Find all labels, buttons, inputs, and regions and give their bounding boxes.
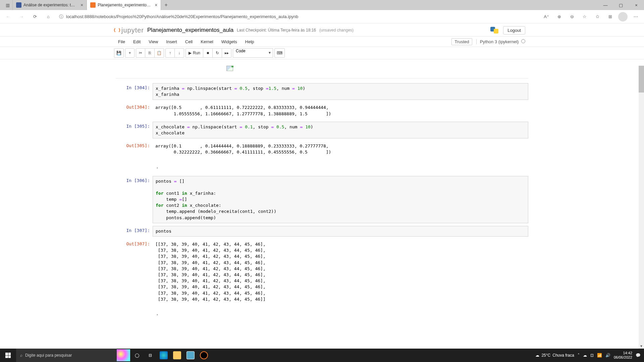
search-icon: ⌕	[20, 353, 22, 358]
taskbar-app-edge[interactable]	[157, 349, 170, 362]
cell-307-out: Out[307]: [[37, 38, 39, 40, 41, 42, 43, …	[116, 239, 528, 304]
home-button[interactable]: ⌂	[43, 11, 54, 22]
refresh-button[interactable]: ⟳	[30, 11, 40, 22]
weather-widget[interactable]: ☁ 25°C Chuva fraca	[535, 353, 574, 358]
system-tray: ☁ 25°C Chuva fraca ˄ ☁ ⊡ 📶 🔊 14:42 06/06…	[535, 351, 644, 360]
tray-chevron-icon[interactable]: ˄	[578, 353, 580, 358]
forward-button[interactable]: →	[16, 11, 27, 22]
scroll-down-icon[interactable]: ▼	[639, 343, 644, 349]
move-down-button[interactable]: ↓	[175, 48, 184, 58]
zoom-icon[interactable]: ⊖	[566, 11, 578, 22]
cut-button[interactable]: ✂	[136, 48, 145, 58]
time-label: 14:42	[614, 351, 632, 355]
taskbar-app-taskview[interactable]: ⊟	[144, 349, 157, 362]
kernel-status-icon	[521, 39, 525, 43]
taskbar-app-cortana[interactable]: ◯	[130, 349, 144, 362]
save-button[interactable]: 💾	[114, 48, 124, 58]
cell-type-label: Code	[236, 49, 246, 53]
code-input[interactable]: pontos	[153, 226, 528, 237]
scroll-thumb[interactable]	[639, 66, 644, 93]
collections-icon[interactable]: ⊞	[604, 11, 616, 22]
insert-cell-button[interactable]: +	[125, 48, 135, 58]
cell-305-out: Out[305]: array([0.1 , 0.14444444, 0.188…	[116, 141, 528, 157]
output-image-placeholder	[116, 66, 528, 78]
new-tab-button[interactable]: +	[161, 2, 171, 8]
run-button[interactable]: ▶ Run	[185, 48, 203, 58]
site-info-icon[interactable]: ⓘ	[59, 14, 63, 20]
jupyter-logo[interactable]: jupyter	[114, 26, 144, 34]
in-prompt: In [306]:	[116, 176, 153, 223]
tray-meet-icon[interactable]: ⊡	[590, 353, 594, 358]
tab-actions-button[interactable]: ▥	[3, 0, 13, 10]
close-icon[interactable]: ×	[155, 2, 157, 8]
cell-304-in[interactable]: In [304]: x_farinha = np.linspace(start …	[116, 83, 528, 100]
taskbar-app-explorer[interactable]	[170, 349, 184, 362]
window-controls: — ▢ ×	[598, 0, 644, 10]
translate-icon[interactable]: ⊕	[553, 11, 565, 22]
jupyter-logo-text: jupyter	[121, 26, 144, 34]
paste-button[interactable]: 📋	[155, 48, 164, 58]
checkpoint-label: Last Checkpoint: Última Terça-feira às 1…	[237, 28, 316, 33]
weather-desc: Chuva fraca	[552, 353, 574, 358]
profile-avatar[interactable]	[617, 11, 629, 22]
close-icon[interactable]: ×	[80, 2, 83, 8]
cell-type-select[interactable]: Code	[233, 48, 273, 58]
taskbar-app-colorful[interactable]	[117, 349, 130, 362]
favorites-bar-icon[interactable]: ✩	[592, 11, 603, 22]
menu-view[interactable]: View	[145, 37, 162, 47]
command-palette-button[interactable]: ⌨	[274, 48, 285, 58]
minimize-button[interactable]: —	[598, 0, 613, 10]
tray-onedrive-icon[interactable]: ☁	[583, 353, 587, 358]
trusted-badge[interactable]: Trusted	[451, 38, 472, 45]
taskbar-clock[interactable]: 14:42 06/06/2022	[614, 351, 632, 360]
cell-306-in[interactable]: In [306]: pontos = [] for cont1 in x_far…	[116, 176, 528, 223]
tray-sound-icon[interactable]: 🔊	[605, 353, 610, 358]
taskbar-search[interactable]: ⌕ Digite aqui para pesquisar	[16, 349, 117, 362]
url-input[interactable]: ⓘ localhost:8888/notebooks/Projetos%20Py…	[56, 12, 538, 22]
taskbar-app-anaconda[interactable]	[197, 349, 211, 362]
maximize-button[interactable]: ▢	[613, 0, 629, 10]
restart-run-all-button[interactable]: ▸▸	[222, 48, 231, 58]
cell-305-in[interactable]: In [305]: x_chocolate = np.linspace(star…	[116, 122, 528, 138]
date-label: 06/06/2022	[614, 355, 632, 360]
logout-button[interactable]: Logout	[503, 26, 525, 35]
cell-307-in[interactable]: In [307]: pontos	[116, 226, 528, 237]
code-input[interactable]: x_farinha = np.linspace(start = 0.5, sto…	[153, 83, 528, 100]
code-output: array([0.1 , 0.14444444, 0.18888889, 0.2…	[153, 141, 528, 157]
menu-help[interactable]: Help	[241, 37, 258, 47]
menu-insert[interactable]: Insert	[162, 37, 181, 47]
tray-wifi-icon[interactable]: 📶	[597, 353, 602, 358]
tray-notifications-icon[interactable]: 💬	[636, 353, 641, 358]
window-titlebar: ▥ Análise de experimentos: testes × Plan…	[0, 0, 644, 10]
menu-widgets[interactable]: Widgets	[217, 37, 241, 47]
browser-tab-1[interactable]: Planejamento_experimentos_aul ×	[87, 0, 161, 10]
in-prompt: In [305]:	[116, 122, 153, 138]
start-button[interactable]	[0, 349, 16, 362]
interrupt-button[interactable]: ■	[203, 48, 213, 58]
kernel-name[interactable]: Python 3 (ipykernel)	[476, 39, 525, 44]
menu-cell[interactable]: Cell	[181, 37, 197, 47]
menu-edit[interactable]: Edit	[129, 37, 145, 47]
notebook-title[interactable]: Planejamento_experimentos_aula	[147, 27, 233, 34]
move-up-button[interactable]: ↑	[165, 48, 175, 58]
code-input[interactable]: pontos = [] for cont1 in x_farinha: temp…	[153, 176, 528, 223]
browser-tab-0[interactable]: Análise de experimentos: testes ×	[13, 0, 87, 10]
in-prompt: In [304]:	[116, 83, 153, 100]
tab-label: Planejamento_experimentos_aul	[98, 3, 151, 7]
menu-file[interactable]: File	[114, 37, 129, 47]
back-button[interactable]: ←	[3, 11, 13, 22]
jupyter-menubar: File Edit View Insert Cell Kernel Widget…	[0, 36, 644, 47]
menu-kernel[interactable]: Kernel	[197, 37, 217, 47]
favorites-icon[interactable]: ☆	[579, 11, 590, 22]
code-input[interactable]: x_chocolate = np.linspace(start = 0.1, s…	[153, 122, 528, 138]
in-prompt: In [307]:	[116, 226, 153, 237]
read-aloud-icon[interactable]: A⁺	[541, 11, 552, 22]
close-button[interactable]: ×	[629, 0, 644, 10]
more-icon[interactable]: ⋯	[630, 11, 641, 22]
copy-button[interactable]: ⎘	[145, 48, 155, 58]
vertical-scrollbar[interactable]: ▲ ▼	[639, 66, 644, 349]
tab-label: Análise de experimentos: testes	[23, 3, 77, 7]
restart-button[interactable]: ↻	[213, 48, 222, 58]
notebook-area[interactable]: In [304]: x_farinha = np.linspace(start …	[0, 66, 644, 349]
taskbar-app-store[interactable]	[184, 349, 197, 362]
